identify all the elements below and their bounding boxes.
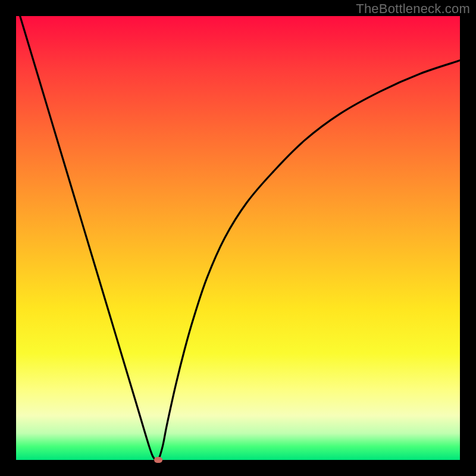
watermark-text: TheBottleneck.com: [356, 1, 470, 17]
optimum-marker: [154, 457, 162, 463]
plot-area: [16, 16, 460, 460]
chart-frame: TheBottleneck.com: [0, 0, 476, 476]
bottleneck-curve: [16, 16, 460, 460]
